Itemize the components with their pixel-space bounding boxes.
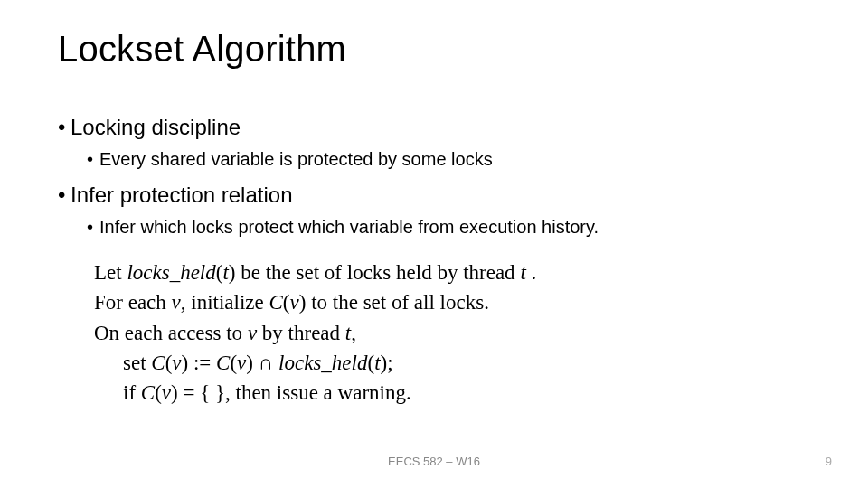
t: C: [216, 352, 230, 374]
t: ) to the set of all locks.: [299, 291, 489, 314]
t: , initialize: [181, 291, 269, 314]
t: ) :=: [182, 352, 217, 374]
bullet-infer-relation: •Infer protection relation: [58, 183, 810, 208]
t: v: [290, 291, 299, 314]
t: (: [283, 291, 290, 314]
t: v: [248, 322, 257, 344]
algo-line-5: if C(v) = { }, then issue a warning.: [94, 378, 810, 408]
t: set: [123, 352, 151, 374]
t: v: [172, 352, 181, 374]
bullet-infer-locks: •Infer which locks protect which variabl…: [87, 217, 810, 238]
t: by thread: [257, 322, 345, 344]
bullet-text: Infer protection relation: [71, 183, 292, 207]
slide: Lockset Algorithm •Locking discipline •E…: [0, 0, 868, 488]
t: .: [526, 261, 537, 284]
t: C: [269, 291, 283, 314]
t: (: [155, 381, 162, 404]
footer-page-number: 9: [826, 455, 832, 468]
algo-line-1: Let locks_held(t) be the set of locks he…: [94, 258, 810, 287]
bullet-dot-icon: •: [58, 115, 71, 140]
algo-line-2: For each v, initialize C(v) to the set o…: [94, 287, 810, 317]
bullet-dot-icon: •: [87, 217, 99, 238]
t: locks_held: [127, 261, 215, 284]
t: locks_held: [278, 352, 367, 374]
t: v: [162, 381, 171, 404]
t: On each access to: [94, 322, 248, 344]
bullet-text: Infer which locks protect which variable…: [99, 217, 599, 237]
algorithm-block: Let locks_held(t) be the set of locks he…: [94, 258, 810, 408]
t: C: [151, 352, 165, 374]
bullet-locking-discipline: •Locking discipline: [58, 115, 810, 140]
t: if: [123, 381, 141, 404]
t: ) ∩: [246, 352, 278, 374]
t: For each: [94, 291, 172, 314]
bullet-dot-icon: •: [58, 183, 71, 208]
t: (: [230, 352, 237, 374]
footer-course: EECS 582 – W16: [0, 455, 868, 468]
t: v: [237, 352, 246, 374]
t: C: [141, 381, 155, 404]
slide-title: Lockset Algorithm: [58, 29, 810, 70]
bullet-dot-icon: •: [87, 149, 99, 170]
t: ) = { }, then issue a warning.: [171, 381, 411, 404]
algo-line-3: On each access to v by thread t,: [94, 318, 810, 348]
algo-line-4: set C(v) := C(v) ∩ locks_held(t);: [94, 348, 810, 378]
t: Let: [94, 261, 127, 284]
t: );: [381, 352, 393, 374]
bullet-every-shared: •Every shared variable is protected by s…: [87, 149, 810, 170]
t: v: [172, 291, 181, 314]
bullet-text: Every shared variable is protected by so…: [99, 149, 493, 169]
t: (: [367, 352, 374, 374]
t: ) be the set of locks held by thread: [229, 261, 521, 284]
bullet-text: Locking discipline: [71, 115, 241, 139]
t: ,: [351, 322, 356, 344]
